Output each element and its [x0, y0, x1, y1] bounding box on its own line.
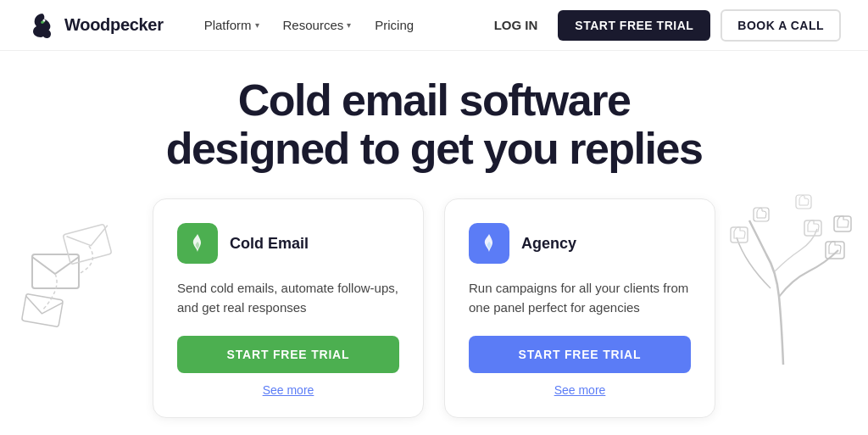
cold-email-icon	[177, 223, 218, 264]
card-header: Agency	[469, 223, 691, 264]
nav-resources[interactable]: Resources ▾	[273, 11, 362, 39]
chevron-down-icon: ▾	[255, 20, 259, 30]
nav-links: Platform ▾ Resources ▾ Pricing	[194, 11, 484, 39]
agency-icon	[469, 223, 509, 264]
chevron-down-icon: ▾	[347, 20, 351, 30]
logo[interactable]: Woodpecker	[27, 10, 164, 41]
cold-email-see-more[interactable]: See more	[177, 383, 399, 397]
nav-platform[interactable]: Platform ▾	[194, 11, 270, 39]
hero-section: Cold email software designed to get you …	[0, 51, 868, 435]
navbar: Woodpecker Platform ▾ Resources ▾ Pricin…	[0, 0, 868, 51]
agency-trial-button[interactable]: START FREE TRIAL	[469, 336, 691, 373]
agency-see-more[interactable]: See more	[469, 383, 691, 397]
flame-agency-icon	[477, 231, 501, 255]
book-call-button[interactable]: BOOK A CALL	[721, 9, 841, 42]
svg-point-0	[43, 19, 46, 21]
nav-trial-button[interactable]: START FREE TRIAL	[558, 10, 710, 41]
cards-container: Cold Email Send cold emails, automate fo…	[27, 198, 841, 418]
login-button[interactable]: LOG IN	[484, 11, 548, 39]
cold-email-title: Cold Email	[230, 235, 309, 253]
flame-icon	[186, 231, 209, 255]
agency-title: Agency	[521, 235, 576, 253]
card-header: Cold Email	[177, 223, 399, 264]
hero-title: Cold email software designed to get you …	[27, 76, 841, 173]
woodpecker-logo-icon	[27, 10, 58, 41]
logo-text: Woodpecker	[64, 15, 164, 35]
nav-pricing[interactable]: Pricing	[364, 11, 424, 39]
cold-email-description: Send cold emails, automate follow-ups, a…	[177, 279, 399, 317]
agency-card: Agency Run campaigns for all your client…	[444, 198, 715, 418]
agency-description: Run campaigns for all your clients from …	[469, 279, 691, 317]
nav-actions: LOG IN START FREE TRIAL BOOK A CALL	[484, 9, 841, 42]
cold-email-card: Cold Email Send cold emails, automate fo…	[153, 198, 424, 418]
cold-email-trial-button[interactable]: START FREE TRIAL	[177, 336, 399, 373]
